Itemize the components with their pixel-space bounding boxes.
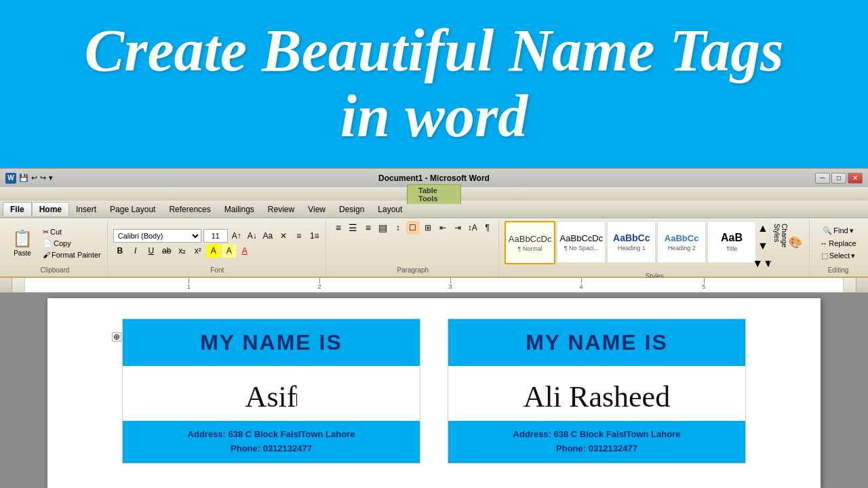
replace-icon: ↔: [820, 239, 827, 247]
scroll-up-icon: ▲: [757, 222, 768, 235]
style-heading1[interactable]: AaBbCc Heading 1: [607, 221, 656, 263]
font-family-select[interactable]: Calibri (Body): [113, 229, 201, 243]
format-painter-button[interactable]: 🖌 Format Painter: [41, 250, 103, 260]
font-size-input[interactable]: [203, 229, 228, 243]
border-button[interactable]: ⊞: [421, 221, 435, 235]
page[interactable]: ⊕ MY NAME IS Asif Address: 638 C Block F…: [47, 298, 821, 488]
strikethrough-button[interactable]: ab: [160, 244, 174, 258]
menu-insert[interactable]: Insert: [69, 203, 103, 216]
change-styles-icon: 🎨: [789, 236, 802, 249]
replace-button[interactable]: ↔ Replace: [818, 239, 858, 248]
bold-button[interactable]: B: [113, 244, 127, 258]
ribbon: 📋 Paste ✂ Cut 📄 Copy 🖌 Format Painter Cl…: [0, 218, 868, 278]
format-painter-icon: 🖌: [43, 251, 50, 259]
style-no-spacing[interactable]: AaBbCcDc ¶ No Spaci...: [557, 221, 606, 263]
menu-design[interactable]: Design: [332, 203, 371, 216]
style-heading2[interactable]: AaBbCc Heading 2: [657, 221, 706, 263]
find-dropdown-icon: ▾: [850, 226, 854, 235]
menu-review[interactable]: Review: [261, 203, 301, 216]
align-right-button[interactable]: ≡: [361, 221, 375, 235]
highlight-button[interactable]: A: [222, 244, 236, 258]
paste-icon: 📋: [12, 229, 33, 248]
title-bar-controls: ─ □ ✕: [815, 173, 863, 184]
shading-button[interactable]: ☐: [406, 221, 420, 235]
increase-font-button[interactable]: A↑: [230, 229, 243, 243]
close-button[interactable]: ✕: [848, 173, 863, 184]
name-tag-2-footer: Address: 638 C Block FaisITown Lahore Ph…: [448, 421, 745, 463]
select-button[interactable]: ⬚ Select ▾: [819, 251, 858, 261]
style-normal-label: ¶ Normal: [517, 245, 542, 252]
list-button[interactable]: ≡: [292, 229, 306, 243]
paste-label: Paste: [14, 249, 31, 257]
sort-button[interactable]: ↕A: [466, 221, 479, 235]
font-row2: B I U ab x₂ x² A A A: [113, 244, 321, 258]
name-tag-1: MY NAME IS Asif Address: 638 C Block Fai…: [122, 319, 420, 464]
align-center-button[interactable]: ☰: [347, 221, 360, 235]
styles-group-content: AaBbCcDc ¶ Normal AaBbCcDc ¶ No Spaci...…: [505, 221, 805, 271]
menu-layout[interactable]: Layout: [371, 203, 409, 216]
paste-button[interactable]: 📋 Paste: [7, 223, 38, 264]
title-bar-left: W 💾 ↩ ↪ ▾: [5, 173, 53, 184]
justify-button[interactable]: ▤: [376, 221, 390, 235]
styles-scroll[interactable]: ▲ ▼ ▼▼: [757, 221, 768, 271]
table-move-icon[interactable]: ⊕: [112, 332, 121, 342]
font-controls: Calibri (Body) A↑ A↓ Aa ✕ ≡ 1≡ B I U ab …: [113, 229, 321, 258]
menu-page-layout[interactable]: Page Layout: [103, 203, 162, 216]
paragraph-label: Paragraph: [332, 265, 494, 274]
name-tag-1-name[interactable]: Asif: [123, 366, 420, 421]
clipboard-label: Clipboard: [7, 265, 103, 274]
font-group: Calibri (Body) A↑ A↓ Aa ✕ ≡ 1≡ B I U ab …: [109, 220, 326, 275]
style-title[interactable]: AaB Title: [707, 221, 756, 263]
name-tag-2-address: Address: 638 C Block FaisITown Lahore: [462, 428, 732, 442]
show-hide-button[interactable]: ¶: [481, 221, 494, 235]
style-heading1-preview: AaBbCc: [613, 232, 650, 243]
cursor-blink: [296, 394, 297, 406]
paragraph-group: ≡ ☰ ≡ ▤ ↕ ☐ ⊞ ⇤ ⇥ ↕A ¶ Paragraph: [328, 220, 499, 275]
restore-button[interactable]: □: [831, 173, 846, 184]
align-left-button[interactable]: ≡: [332, 221, 345, 235]
clipboard-group: 📋 Paste ✂ Cut 📄 Copy 🖌 Format Painter Cl…: [3, 220, 108, 275]
menu-view[interactable]: View: [301, 203, 332, 216]
clear-formatting-button[interactable]: ✕: [277, 229, 290, 243]
superscript-button[interactable]: x²: [191, 244, 205, 258]
underline-button[interactable]: U: [144, 244, 158, 258]
editing-group: 🔍 Find ▾ ↔ Replace ⬚ Select ▾ Editing: [811, 220, 865, 275]
banner: Create Beautiful Name Tags in word: [0, 0, 868, 168]
indent-decrease-button[interactable]: ⇤: [436, 221, 450, 235]
menu-home[interactable]: Home: [32, 202, 69, 217]
ruler-inner: 1 2 3 4 5: [24, 278, 844, 292]
font-color-button[interactable]: A: [238, 244, 252, 258]
style-no-spacing-label: ¶ No Spaci...: [564, 245, 599, 251]
name-tag-2: MY NAME IS Ali Rasheed Address: 638 C Bl…: [448, 319, 746, 464]
cut-button[interactable]: ✂ Cut: [41, 227, 103, 237]
select-dropdown-icon: ▾: [851, 251, 855, 260]
cut-icon: ✂: [43, 228, 49, 237]
number-list-button[interactable]: 1≡: [308, 229, 321, 243]
indent-increase-button[interactable]: ⇥: [451, 221, 465, 235]
style-normal-preview: AaBbCcDc: [509, 234, 552, 244]
menu-mailings[interactable]: Mailings: [218, 203, 261, 216]
style-normal[interactable]: AaBbCcDc ¶ Normal: [505, 221, 556, 264]
style-heading2-preview: AaBbCc: [665, 233, 699, 243]
find-icon: 🔍: [823, 226, 832, 235]
decrease-font-button[interactable]: A↓: [245, 229, 259, 243]
style-heading1-label: Heading 1: [618, 245, 646, 251]
menu-references[interactable]: References: [162, 203, 217, 216]
italic-button[interactable]: I: [129, 244, 142, 258]
styles-group: AaBbCcDc ¶ Normal AaBbCcDc ¶ No Spaci...…: [500, 220, 810, 275]
text-highlight-button[interactable]: A: [207, 244, 220, 258]
subscript-button[interactable]: x₂: [176, 244, 189, 258]
change-case-button[interactable]: Aa: [261, 229, 275, 243]
scroll-down-icon: ▼: [757, 240, 768, 252]
name-tag-1-header: MY NAME IS: [123, 319, 420, 366]
style-no-spacing-preview: AaBbCcDc: [560, 233, 604, 243]
name-tag-1-footer: Address: 638 C Block FaisITown Lahore Ph…: [123, 421, 420, 463]
minimize-button[interactable]: ─: [815, 173, 830, 184]
copy-icon: 📄: [43, 239, 52, 248]
name-tag-2-name[interactable]: Ali Rasheed: [448, 366, 745, 421]
menu-file[interactable]: File: [3, 202, 32, 216]
line-spacing-button[interactable]: ↕: [391, 221, 405, 235]
copy-button[interactable]: 📄 Copy: [41, 239, 103, 249]
change-styles-button[interactable]: 🎨 Change Styles: [770, 221, 805, 264]
find-button[interactable]: 🔍 Find ▾: [821, 226, 855, 236]
